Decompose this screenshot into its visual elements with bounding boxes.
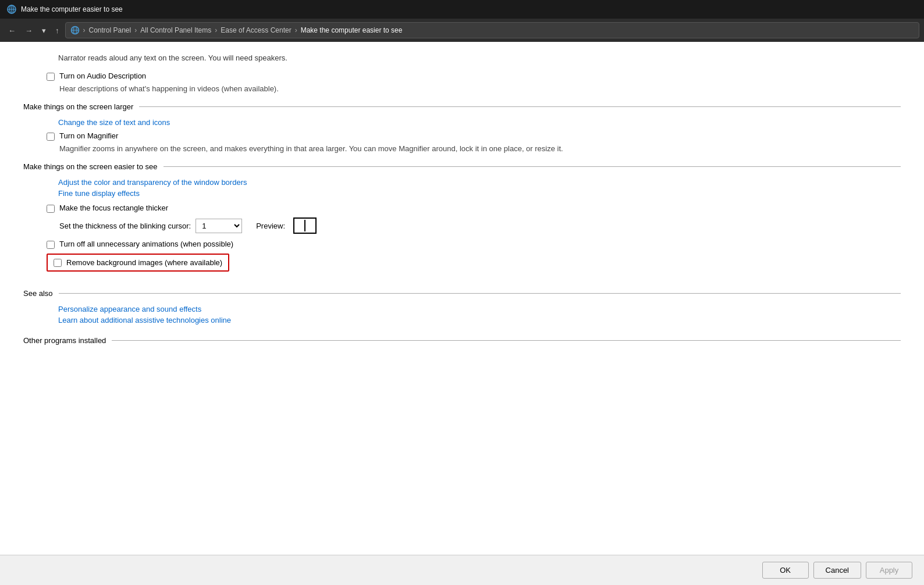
window-icon (7, 5, 16, 14)
back-button[interactable]: ← (5, 24, 19, 37)
section-divider-easier (164, 166, 901, 167)
globe-icon (70, 26, 80, 35)
other-programs-section: Other programs installed (23, 336, 901, 345)
title-bar: Make the computer easier to see (0, 0, 924, 19)
section-divider-see-also (59, 293, 901, 294)
magnifier-desc: Magnifier zooms in anywhere on the scree… (59, 144, 901, 153)
up-button[interactable]: ↑ (52, 24, 63, 37)
cursor-thickness-label: Set the thickness of the blinking cursor… (59, 222, 191, 230)
animations-label: Turn off all unnecessary animations (whe… (59, 240, 233, 248)
cancel-button[interactable]: Cancel (813, 562, 861, 579)
breadcrumb-sep-2: › (215, 26, 217, 34)
make-things-easier-label: Make things on the screen easier to see (23, 162, 158, 171)
change-text-icons-link[interactable]: Change the size of text and icons (58, 118, 901, 127)
nav-bar: ← → ▾ ↑ › Control Panel › All Control Pa… (0, 19, 924, 42)
see-also-label: See also (23, 289, 53, 298)
breadcrumb-current: Make the computer easier to see (301, 26, 403, 34)
address-bar: › Control Panel › All Control Panel Item… (65, 22, 920, 38)
remove-background-label: Remove background images (where availabl… (66, 258, 222, 267)
focus-rect-label: Make the focus rectangle thicker (59, 204, 168, 212)
breadcrumb-sep-0: › (83, 26, 86, 34)
main-content: Narrator reads aloud any text on the scr… (0, 42, 924, 555)
other-programs-label: Other programs installed (23, 336, 106, 345)
audio-description-row: Turn on Audio Description (47, 72, 901, 81)
preview-cursor (304, 220, 305, 231)
fine-tune-link[interactable]: Fine tune display effects (58, 189, 901, 198)
ok-button[interactable]: OK (762, 562, 809, 579)
forward-button[interactable]: → (22, 24, 36, 37)
audio-description-desc: Hear descriptions of what's happening in… (59, 84, 901, 93)
bottom-bar: OK Cancel Apply (0, 555, 924, 585)
assistive-tech-link[interactable]: Learn about additional assistive technol… (58, 316, 901, 324)
cursor-thickness-select[interactable]: 1 2 3 4 5 (196, 219, 242, 233)
focus-rect-checkbox[interactable] (47, 205, 55, 213)
breadcrumb-sep-1: › (134, 26, 137, 34)
color-transparency-link[interactable]: Adjust the color and transparency of the… (58, 178, 901, 187)
audio-description-checkbox[interactable] (47, 73, 55, 81)
make-things-larger-label: Make things on the screen larger (23, 102, 133, 111)
audio-description-label: Turn on Audio Description (59, 72, 146, 80)
cursor-thickness-row: Set the thickness of the blinking cursor… (59, 217, 901, 234)
preview-label: Preview: (256, 222, 285, 230)
focus-rect-row: Make the focus rectangle thicker (47, 204, 901, 213)
recent-pages-button[interactable]: ▾ (38, 24, 49, 37)
make-things-easier-section: Make things on the screen easier to see (23, 162, 901, 171)
remove-background-highlight: Remove background images (where availabl… (47, 254, 229, 272)
see-also-section: See also (23, 289, 901, 298)
magnifier-label: Turn on Magnifier (59, 131, 118, 140)
breadcrumb-control-panel[interactable]: Control Panel (89, 26, 132, 34)
breadcrumb-all-control-panel[interactable]: All Control Panel Items (140, 26, 211, 34)
make-things-larger-section: Make things on the screen larger (23, 102, 901, 111)
personalize-link[interactable]: Personalize appearance and sound effects (58, 305, 901, 313)
svg-point-8 (71, 27, 79, 34)
apply-button[interactable]: Apply (866, 562, 912, 579)
breadcrumb-ease-of-access[interactable]: Ease of Access Center (221, 26, 291, 34)
animations-checkbox[interactable] (47, 241, 55, 249)
magnifier-checkbox[interactable] (47, 133, 55, 141)
breadcrumb-sep-3: › (295, 26, 297, 34)
section-divider-larger (139, 106, 901, 107)
narrator-description: Narrator reads aloud any text on the scr… (58, 53, 901, 62)
cursor-preview-box (293, 217, 317, 234)
svg-point-4 (8, 5, 16, 13)
magnifier-row: Turn on Magnifier (47, 131, 901, 141)
window-title: Make the computer easier to see (21, 5, 917, 13)
section-divider-other (112, 340, 901, 341)
remove-background-checkbox[interactable] (54, 259, 62, 267)
remove-bg-container: Remove background images (where availabl… (23, 254, 901, 277)
animations-row: Turn off all unnecessary animations (whe… (47, 240, 901, 249)
